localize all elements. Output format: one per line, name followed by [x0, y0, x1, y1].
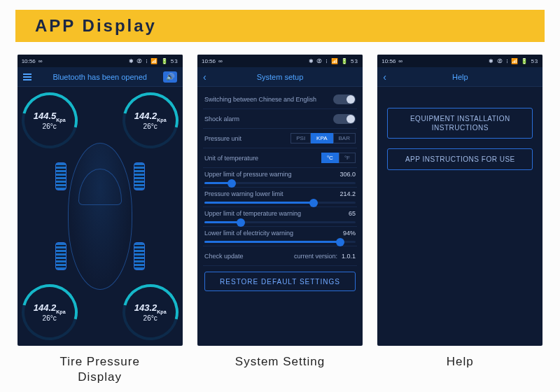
phone-tpms: 10:56 ∞ ✱ ⦿ ⫶ 📶 🔋 53 Bluetooth has been …	[18, 55, 183, 346]
slider-value: 65	[349, 210, 356, 217]
chevron-left-icon: ‹	[383, 71, 386, 83]
row-upper-pressure: Upper limit of pressure warning 306.0	[203, 168, 357, 188]
status-time: 10:56	[202, 58, 216, 64]
status-time: 10:56	[382, 58, 396, 64]
status-time: 10:56	[22, 58, 36, 64]
back-button[interactable]: ‹	[383, 71, 400, 83]
menu-button[interactable]	[23, 74, 40, 80]
seg-kpa[interactable]: KPA	[311, 133, 332, 144]
temp-value: 26	[144, 122, 151, 130]
slider-value: 306.0	[340, 171, 356, 178]
slider-label: Upper limit of temperature warning	[204, 210, 301, 217]
tpms-body: 144.5Kpa 26°c 144.2Kpa 26°c 144.2Kpa 26°…	[18, 87, 183, 346]
speaker-icon: 🔊	[163, 71, 177, 83]
phone-settings: 10:56 ∞ ✱ ⦿ ⫶ 📶 🔋 53 ‹ System setup Swit…	[197, 55, 363, 346]
gauge-rear-left[interactable]: 144.2Kpa 26°c	[22, 284, 78, 340]
version-value: 1.0.1	[342, 253, 356, 260]
appbar-title: Bluetooth has been opened	[40, 73, 160, 81]
appbar-settings: ‹ System setup	[197, 67, 363, 87]
slider-upper-pressure[interactable]	[204, 182, 356, 184]
seg-bar[interactable]: BAR	[333, 133, 356, 144]
banner-title: APP Display	[35, 16, 157, 36]
seg-f[interactable]: °F	[339, 153, 356, 163]
pressure-value: 144.5	[34, 111, 57, 121]
tire-icon-fr	[134, 162, 145, 190]
status-right: ✱ ⦿ ⫶ 📶 🔋 53	[402, 58, 538, 64]
pressure-unit: Kpa	[157, 118, 166, 122]
row-lower-elec: Lower limit of electricity warning 94%	[203, 227, 357, 246]
help-body: EQUIPMENT INSTALLATION INSTRUCTIONS APP …	[377, 87, 542, 346]
triptych: 10:56 ∞ ✱ ⦿ ⫶ 📶 🔋 53 Bluetooth has been …	[15, 55, 545, 385]
slider-upper-temp[interactable]	[204, 221, 356, 223]
appbar-help: ‹ Help	[377, 67, 542, 87]
temp-unit: °c	[151, 314, 158, 322]
hamburger-icon	[23, 74, 31, 80]
slider-value: 214.2	[340, 190, 356, 197]
version-label: current version:	[294, 253, 337, 260]
status-right: ✱ ⦿ ⫶ 📶 🔋 53	[42, 58, 178, 64]
gauge-rear-right[interactable]: 143.2Kpa 26°c	[122, 284, 178, 340]
pressure-unit: Kpa	[56, 118, 65, 122]
temp-unit-seg: °C °F	[321, 153, 356, 163]
statusbar: 10:56 ∞ ✱ ⦿ ⫶ 📶 🔋 53	[18, 55, 183, 67]
caption-help: Help	[447, 354, 474, 370]
language-toggle[interactable]	[333, 94, 356, 104]
row-update[interactable]: Check update current version: 1.0.1	[203, 246, 357, 266]
temp-value: 26	[144, 314, 151, 322]
gauge-front-left[interactable]: 144.5Kpa 26°c	[22, 92, 78, 148]
row-pressure-unit: Pressure unit PSI KPA BAR	[203, 129, 357, 148]
shock-label: Shock alarm	[204, 115, 333, 122]
language-label: Switching between Chinese and English	[204, 96, 333, 103]
help-install-button[interactable]: EQUIPMENT INSTALLATION INSTRUCTIONS	[387, 108, 533, 139]
temp-unit: °c	[50, 122, 57, 130]
gauge-front-right[interactable]: 144.2Kpa 26°c	[122, 92, 178, 148]
row-temp-unit: Unit of temperature °C °F	[203, 148, 357, 168]
help-btn1-line1: EQUIPMENT INSTALLATION	[410, 115, 510, 122]
slider-lower-elec[interactable]	[204, 241, 356, 243]
row-shock: Shock alarm	[203, 109, 357, 129]
settings-body: Switching between Chinese and English Sh…	[197, 87, 363, 346]
caption-settings: System Setting	[235, 354, 325, 370]
pressure-unit: Kpa	[157, 309, 166, 314]
tire-icon-rr	[134, 242, 145, 270]
car-diagram	[68, 143, 132, 290]
pressure-unit: Kpa	[56, 309, 65, 314]
temp-unit: °c	[50, 314, 57, 322]
shock-toggle[interactable]	[333, 114, 356, 124]
tire-icon-rl	[55, 242, 66, 270]
slider-value: 94%	[343, 230, 356, 237]
chevron-left-icon: ‹	[203, 71, 206, 83]
statusbar: 10:56 ∞ ✱ ⦿ ⫶ 📶 🔋 53	[197, 55, 363, 67]
row-upper-temp: Upper limit of temperature warning 65	[203, 207, 357, 227]
temp-unit-label: Unit of temperature	[204, 155, 321, 162]
appbar-title: Help	[400, 73, 520, 81]
slider-lower-pressure[interactable]	[204, 202, 356, 204]
statusbar: 10:56 ∞ ✱ ⦿ ⫶ 📶 🔋 53	[377, 55, 542, 67]
status-right: ✱ ⦿ ⫶ 📶 🔋 53	[223, 58, 358, 64]
phone-col-tpms: 10:56 ∞ ✱ ⦿ ⫶ 📶 🔋 53 Bluetooth has been …	[15, 55, 184, 385]
car-body-icon	[68, 143, 132, 290]
slider-label: Lower limit of electricity warning	[204, 230, 293, 237]
sound-button[interactable]: 🔊	[160, 71, 177, 83]
help-app-button[interactable]: APP INSTRUCTIONS FOR USE	[387, 148, 533, 170]
temp-unit: °c	[151, 122, 158, 130]
restore-button[interactable]: RESTORE DEFAULT SETTINGS	[204, 272, 356, 291]
slider-label: Pressure warning lower limit	[204, 190, 284, 197]
pressure-value: 144.2	[34, 302, 57, 313]
update-label: Check update	[204, 253, 294, 260]
temp-value: 26	[43, 314, 50, 322]
temp-value: 26	[43, 122, 50, 130]
row-lower-pressure: Pressure warning lower limit 214.2	[203, 188, 357, 207]
phone-col-help: 10:56 ∞ ✱ ⦿ ⫶ 📶 🔋 53 ‹ Help EQUIPMENT IN…	[376, 55, 545, 385]
back-button[interactable]: ‹	[203, 71, 220, 83]
pressure-unit-seg: PSI KPA BAR	[290, 133, 356, 144]
phone-help: 10:56 ∞ ✱ ⦿ ⫶ 📶 🔋 53 ‹ Help EQUIPMENT IN…	[377, 55, 542, 346]
seg-psi[interactable]: PSI	[290, 133, 311, 144]
caption-tpms: Tire Pressure Display	[59, 354, 139, 385]
seg-c[interactable]: °C	[321, 153, 339, 163]
pressure-unit-label: Pressure unit	[204, 135, 290, 142]
row-language: Switching between Chinese and English	[203, 90, 357, 109]
tire-icon-fl	[55, 162, 66, 190]
banner: APP Display	[15, 10, 545, 42]
restore-label: RESTORE DEFAULT SETTINGS	[220, 278, 340, 286]
